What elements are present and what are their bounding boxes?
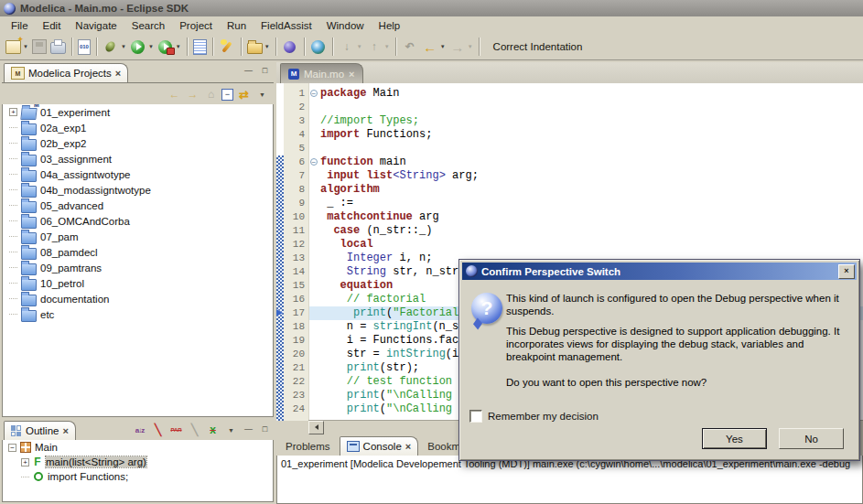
chevron-down-icon[interactable]: ▼ (176, 44, 181, 49)
tab-outline[interactable]: Outline × (4, 421, 76, 440)
chevron-down-icon[interactable]: ▼ (148, 44, 154, 49)
code-line-8[interactable]: 8algorithm (276, 183, 863, 197)
tree-item-03_assignment[interactable]: 03_assignment (3, 151, 273, 166)
last-edit-location-button[interactable]: ↶ (401, 38, 419, 56)
minimize-view-icon[interactable]: — (242, 64, 255, 76)
correct-indentation-button[interactable]: Correct Indentation (486, 39, 590, 54)
menu-search[interactable]: Search (124, 19, 172, 32)
tree-item-01_experiment[interactable]: +01_experiment (3, 104, 273, 120)
code-line-6[interactable]: 6−function main (276, 155, 863, 169)
forward-icon[interactable]: → (185, 87, 200, 102)
chevron-down-icon[interactable]: ▼ (121, 44, 126, 49)
prev-annotation-button[interactable]: ↑▼ (365, 38, 391, 56)
code-line-9[interactable]: 9 _ := (276, 197, 863, 210)
collapse-all-icon[interactable]: − (221, 89, 233, 101)
open-folder-button[interactable]: ▼ (246, 38, 271, 55)
search-torch-button[interactable] (218, 38, 236, 56)
display-view-button[interactable] (192, 38, 208, 56)
outline-item[interactable]: +Fmain(list<String> arg) (3, 455, 273, 469)
dialog-titlebar[interactable]: Confirm Perspective Switch × (462, 263, 857, 280)
console-output[interactable]: 01_experiment [Modelica Developement Too… (276, 456, 863, 504)
back-icon[interactable]: ← (167, 87, 182, 102)
scroll-left-arrow-icon[interactable] (308, 421, 324, 434)
menu-navigate[interactable]: Navigate (68, 19, 124, 32)
tree-item-02a_exp1[interactable]: 02a_exp1 (3, 120, 273, 135)
outline-item[interactable]: −Main (3, 440, 273, 455)
code-line-5[interactable]: 5 (276, 142, 863, 155)
link-with-editor-icon[interactable]: ⇄ (236, 87, 252, 102)
tab-problems[interactable]: Problems (278, 436, 338, 456)
print-button[interactable] (49, 38, 67, 55)
close-icon[interactable]: × (405, 442, 411, 451)
code-line-11[interactable]: 11 case (n_str::_) (276, 224, 863, 238)
run-button[interactable]: ▼ (129, 38, 155, 56)
code-line-10[interactable]: 10 matchcontinue arg (276, 210, 863, 224)
code-line-1[interactable]: 1−package Main (276, 87, 863, 101)
fold-collapse-icon[interactable]: − (310, 90, 318, 97)
back-button[interactable]: ←▼ (421, 38, 447, 56)
menu-help[interactable]: Help (372, 19, 408, 32)
tab-modelica-projects[interactable]: M Modelica Projects × (4, 63, 128, 82)
sort-icon[interactable]: a↓z (132, 423, 147, 437)
tree-item-10_petrol[interactable]: 10_petrol (3, 275, 273, 291)
forward-button[interactable]: →▼ (448, 38, 474, 56)
expander-plus-icon[interactable]: + (21, 458, 29, 466)
code-line-2[interactable]: 2 (276, 101, 863, 114)
tree-item-documentation[interactable]: documentation (3, 291, 273, 306)
code-line-7[interactable]: 7 input list<String> arg; (276, 169, 863, 183)
expander-minus-icon[interactable]: − (8, 444, 16, 452)
expander-plus-icon[interactable]: + (9, 108, 17, 116)
tree-item-07_pam[interactable]: 07_pam (3, 229, 273, 244)
remember-decision-checkbox[interactable] (469, 410, 482, 423)
tree-item-02b_exp2[interactable]: 02b_exp2 (3, 135, 273, 151)
tab-console[interactable]: Console× (340, 436, 419, 456)
tree-item-08_pamdecl[interactable]: 08_pamdecl (3, 244, 273, 260)
menu-project[interactable]: Project (172, 19, 220, 32)
chevron-down-icon[interactable]: ▼ (357, 44, 362, 49)
menu-fieldassist[interactable]: FieldAssist (254, 19, 319, 32)
up-icon[interactable]: ⌂ (203, 87, 219, 102)
fold-collapse-icon[interactable]: − (310, 158, 318, 166)
tree-item-etc[interactable]: etc (3, 306, 273, 322)
maximize-icon[interactable]: □ (258, 423, 272, 434)
close-icon[interactable]: × (349, 70, 354, 79)
run-external-button[interactable]: ▼ (156, 38, 182, 56)
window-titlebar[interactable]: Modelica - Main.mo - Eclipse SDK (0, 0, 863, 16)
menu-file[interactable]: File (4, 19, 36, 32)
menu-run[interactable]: Run (220, 19, 254, 32)
code-line-3[interactable]: 3//import Types; (276, 114, 863, 128)
hide-functions-icon[interactable]: ╲ (150, 423, 166, 437)
yes-button[interactable]: Yes (702, 428, 767, 449)
hide-imports-icon[interactable]: x (205, 423, 221, 437)
chevron-down-icon[interactable]: ▼ (384, 44, 390, 49)
no-button[interactable]: No (779, 428, 844, 449)
chevron-down-icon[interactable]: ▼ (440, 44, 446, 49)
tree-item-06_OMCAndCorba[interactable]: 06_OMCAndCorba (3, 213, 273, 229)
menu-window[interactable]: Window (319, 19, 372, 32)
tree-item-04b_modassigntwotype[interactable]: 04b_modassigntwotype (3, 182, 273, 198)
tree-item-05_advanced[interactable]: 05_advanced (3, 198, 273, 213)
outline-item[interactable]: import Functions; (3, 469, 273, 484)
code-line-4[interactable]: 4import Functions; (276, 128, 863, 142)
hide-parameters-icon[interactable]: PAR (168, 423, 184, 437)
chevron-down-icon[interactable]: ▼ (23, 44, 28, 49)
menu-edit[interactable]: Edit (36, 19, 69, 32)
view-menu-icon[interactable]: ▼ (254, 87, 270, 102)
debug-button[interactable]: ▼ (102, 38, 127, 56)
new-wizard-button[interactable]: ▼ (5, 39, 29, 55)
chevron-down-icon[interactable]: ▼ (264, 44, 270, 49)
perspective-orb-button[interactable] (281, 38, 299, 56)
tree-item-04a_assigntwotype[interactable]: 04a_assigntwotype (3, 166, 273, 182)
code-line-12[interactable]: 12 local (276, 238, 863, 252)
save-button[interactable] (31, 38, 48, 55)
dialog-close-icon[interactable]: × (838, 264, 855, 279)
minimize-icon[interactable]: — (242, 423, 255, 434)
binary-file-button[interactable] (77, 38, 92, 56)
web-browser-button[interactable] (309, 38, 328, 56)
close-icon[interactable]: × (115, 69, 121, 78)
tree-item-09_pamtrans[interactable]: 09_pamtrans (3, 260, 273, 275)
view-menu-icon[interactable]: ▼ (223, 423, 239, 437)
close-icon[interactable]: × (62, 426, 68, 435)
maximize-view-icon[interactable]: □ (258, 64, 272, 76)
next-annotation-button[interactable]: ↓▼ (338, 38, 363, 56)
